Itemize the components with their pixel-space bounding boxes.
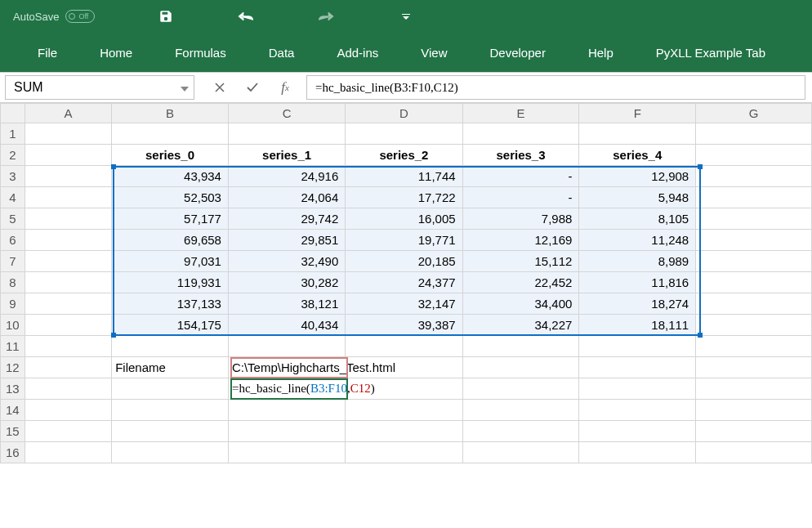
cell[interactable]: 12,908 xyxy=(579,166,696,187)
cell[interactable]: 7,988 xyxy=(462,208,579,230)
cell[interactable]: 18,111 xyxy=(579,315,696,336)
tab-formulas[interactable]: Formulas xyxy=(154,38,248,68)
confirm-formula-icon[interactable] xyxy=(236,75,269,100)
tab-pyxll[interactable]: PyXLL Example Tab xyxy=(635,38,787,68)
cell[interactable] xyxy=(25,145,111,166)
cell[interactable] xyxy=(228,400,345,421)
cell[interactable] xyxy=(696,357,812,378)
cell[interactable] xyxy=(228,421,345,442)
rowhead[interactable]: 9 xyxy=(1,293,25,315)
cell[interactable] xyxy=(25,378,111,400)
cell[interactable] xyxy=(346,123,462,145)
cell[interactable]: 57,177 xyxy=(112,208,229,230)
cell[interactable] xyxy=(112,400,229,421)
colhead-e[interactable]: E xyxy=(462,104,579,123)
cell[interactable] xyxy=(25,293,111,315)
cell[interactable] xyxy=(696,336,812,357)
cell[interactable] xyxy=(696,187,812,208)
cell[interactable] xyxy=(25,230,111,251)
save-icon[interactable] xyxy=(157,7,175,25)
chevron-down-icon[interactable] xyxy=(181,80,189,95)
tab-file[interactable]: File xyxy=(16,38,78,68)
cell[interactable]: 12,169 xyxy=(462,230,579,251)
cell[interactable]: 43,934 xyxy=(112,166,229,187)
cell[interactable] xyxy=(112,421,229,442)
cell[interactable] xyxy=(579,378,696,400)
cell[interactable]: 32,147 xyxy=(346,293,462,315)
cell[interactable]: - xyxy=(462,166,579,187)
tab-developer[interactable]: Developer xyxy=(469,38,567,68)
cell[interactable] xyxy=(25,442,111,463)
cell[interactable] xyxy=(696,251,812,272)
cell[interactable] xyxy=(696,378,812,400)
cell[interactable] xyxy=(25,315,111,336)
cell[interactable]: 119,931 xyxy=(112,272,229,293)
rowhead[interactable]: 1 xyxy=(1,123,25,145)
select-all-corner[interactable] xyxy=(1,104,25,123)
cell[interactable]: 24,377 xyxy=(346,272,462,293)
cell[interactable]: 34,400 xyxy=(462,293,579,315)
cell[interactable]: 39,387 xyxy=(346,315,462,336)
cell[interactable] xyxy=(25,166,111,187)
cell[interactable] xyxy=(696,208,812,230)
tab-addins[interactable]: Add-ins xyxy=(315,38,399,68)
cell[interactable] xyxy=(112,442,229,463)
cell[interactable] xyxy=(25,251,111,272)
cell[interactable] xyxy=(696,400,812,421)
autosave-toggle[interactable]: AutoSave Off xyxy=(13,10,95,23)
cell[interactable]: 11,816 xyxy=(579,272,696,293)
cell[interactable]: 137,133 xyxy=(112,293,229,315)
cell[interactable] xyxy=(696,123,812,145)
cell[interactable] xyxy=(112,336,229,357)
cell[interactable]: 16,005 xyxy=(346,208,462,230)
cell[interactable]: series_2 xyxy=(346,145,462,166)
cell[interactable]: 8,105 xyxy=(579,208,696,230)
cell[interactable] xyxy=(696,145,812,166)
cell[interactable]: 97,031 xyxy=(112,251,229,272)
rowhead[interactable]: 6 xyxy=(1,230,25,251)
rowhead[interactable]: 14 xyxy=(1,400,25,421)
cell[interactable]: 29,742 xyxy=(228,208,345,230)
colhead-f[interactable]: F xyxy=(579,104,696,123)
tab-help[interactable]: Help xyxy=(567,38,635,68)
cell[interactable]: 19,771 xyxy=(346,230,462,251)
tab-view[interactable]: View xyxy=(399,38,468,68)
cell[interactable] xyxy=(25,187,111,208)
cell[interactable]: 69,658 xyxy=(112,230,229,251)
rowhead[interactable]: 10 xyxy=(1,315,25,336)
rowhead[interactable]: 8 xyxy=(1,272,25,293)
cell[interactable] xyxy=(346,400,462,421)
cell[interactable] xyxy=(462,123,579,145)
cell[interactable] xyxy=(579,421,696,442)
cell[interactable] xyxy=(579,442,696,463)
rowhead[interactable]: 4 xyxy=(1,187,25,208)
cell[interactable] xyxy=(25,336,111,357)
rowhead[interactable]: 12 xyxy=(1,357,25,378)
cell[interactable]: 8,989 xyxy=(579,251,696,272)
rowhead[interactable]: 5 xyxy=(1,208,25,230)
cell[interactable] xyxy=(228,123,345,145)
tab-data[interactable]: Data xyxy=(248,38,316,68)
cell[interactable]: 20,185 xyxy=(346,251,462,272)
cell[interactable]: series_1 xyxy=(228,145,345,166)
cell[interactable] xyxy=(462,421,579,442)
cell[interactable] xyxy=(112,378,229,400)
cell[interactable]: series_3 xyxy=(462,145,579,166)
colhead-a[interactable]: A xyxy=(25,104,111,123)
cell[interactable]: 22,452 xyxy=(462,272,579,293)
rowhead[interactable]: 11 xyxy=(1,336,25,357)
cell[interactable] xyxy=(25,421,111,442)
cell[interactable] xyxy=(25,123,111,145)
cell[interactable] xyxy=(346,336,462,357)
cell[interactable]: 5,948 xyxy=(579,187,696,208)
cell[interactable]: - xyxy=(462,187,579,208)
cell[interactable]: 34,227 xyxy=(462,315,579,336)
cell[interactable] xyxy=(462,378,579,400)
rowhead[interactable]: 15 xyxy=(1,421,25,442)
cell[interactable] xyxy=(25,272,111,293)
cell[interactable] xyxy=(579,357,696,378)
cell[interactable] xyxy=(696,272,812,293)
tab-home[interactable]: Home xyxy=(78,38,154,68)
cell[interactable]: 30,282 xyxy=(228,272,345,293)
rowhead[interactable]: 3 xyxy=(1,166,25,187)
